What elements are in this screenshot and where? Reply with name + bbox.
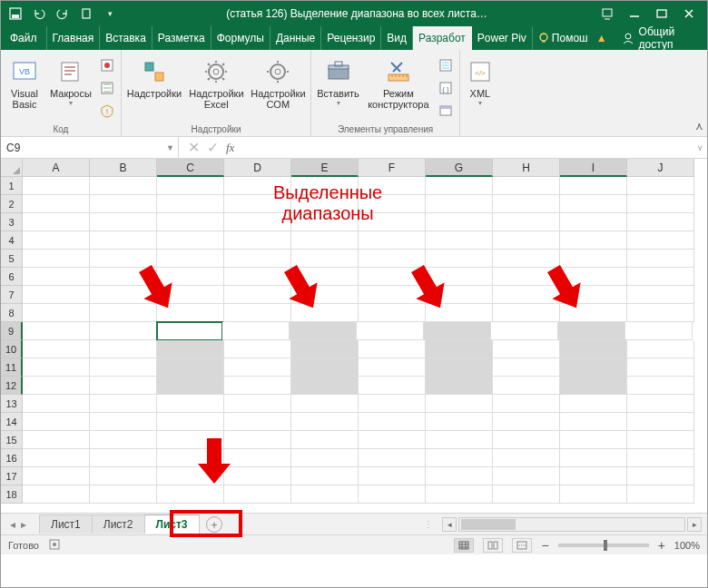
cell-H18[interactable]	[493, 485, 560, 504]
normal-view-icon[interactable]	[454, 538, 474, 553]
ribbon-options-icon[interactable]	[600, 6, 615, 21]
cell-E4[interactable]	[291, 231, 359, 250]
cell-C1[interactable]	[157, 177, 224, 195]
cell-F17[interactable]	[359, 467, 426, 485]
cell-A14[interactable]	[23, 413, 90, 431]
row-header-8[interactable]: 8	[1, 304, 23, 322]
chevron-down-icon[interactable]: ▼	[166, 143, 174, 152]
tab-powerpivot[interactable]: Power Piv	[472, 26, 533, 50]
cell-J10[interactable]	[627, 340, 694, 358]
cell-H12[interactable]	[493, 377, 560, 395]
cell-A8[interactable]	[23, 304, 90, 322]
row-header-17[interactable]: 17	[1, 467, 23, 485]
cell-G3[interactable]	[426, 213, 493, 231]
tell-me[interactable]: Помош ▲	[533, 26, 613, 50]
relative-refs-icon[interactable]	[97, 78, 117, 98]
cell-H4[interactable]	[493, 231, 560, 250]
name-box[interactable]: C9 ▼	[1, 137, 179, 158]
new-sheet-button[interactable]: ＋	[206, 516, 222, 533]
cell-J6[interactable]	[627, 268, 694, 286]
cell-A1[interactable]	[23, 177, 90, 195]
save-icon[interactable]	[8, 6, 23, 21]
cell-G12[interactable]	[426, 377, 493, 395]
sheet-next-icon[interactable]: ▸	[21, 518, 26, 531]
cell-I9[interactable]	[558, 322, 625, 340]
page-break-view-icon[interactable]	[512, 538, 532, 553]
col-header-I[interactable]: I	[560, 159, 627, 177]
row-header-15[interactable]: 15	[1, 431, 23, 449]
cell-J11[interactable]	[627, 358, 694, 377]
cell-A2[interactable]	[23, 195, 90, 213]
cell-A13[interactable]	[23, 395, 90, 413]
cell-A9[interactable]	[23, 322, 90, 340]
cell-F4[interactable]	[359, 231, 426, 250]
worksheet-grid[interactable]: ABCDEFGHIJ123456789101112131415161718Выд…	[1, 159, 707, 513]
sheet-tab-1[interactable]: Лист1	[39, 514, 93, 534]
cell-J5[interactable]	[627, 250, 694, 268]
cell-A16[interactable]	[23, 449, 90, 467]
expand-formula-icon[interactable]: ⋎	[693, 137, 707, 158]
cell-H3[interactable]	[493, 213, 560, 231]
cell-C9[interactable]	[156, 321, 223, 341]
cell-D12[interactable]	[224, 377, 291, 395]
cell-B12[interactable]	[90, 377, 157, 395]
cell-I13[interactable]	[560, 395, 627, 413]
cell-H1[interactable]	[493, 177, 560, 195]
tab-developer[interactable]: Разработ	[413, 26, 472, 50]
close-icon[interactable]	[682, 6, 696, 21]
cell-I4[interactable]	[560, 231, 627, 250]
sheet-split-handle[interactable]: ⋮	[424, 519, 433, 529]
tab-data[interactable]: Данные	[270, 26, 321, 50]
macro-record-icon[interactable]	[48, 538, 61, 553]
com-addins-button[interactable]: Надстройки COM	[249, 55, 307, 112]
formula-input[interactable]	[243, 137, 693, 158]
sheet-nav[interactable]: ◂ ▸	[1, 518, 35, 531]
cell-C12[interactable]	[157, 377, 224, 395]
cell-J18[interactable]	[627, 485, 694, 504]
cell-E18[interactable]	[291, 485, 359, 504]
cell-G10[interactable]	[426, 340, 493, 358]
cell-J2[interactable]	[627, 195, 694, 213]
row-header-9[interactable]: 9	[1, 322, 23, 340]
cell-G17[interactable]	[426, 467, 493, 485]
cell-J17[interactable]	[627, 467, 694, 485]
row-header-7[interactable]: 7	[1, 286, 23, 304]
cell-F12[interactable]	[359, 377, 426, 395]
cell-C11[interactable]	[157, 358, 224, 377]
design-mode-button[interactable]: Режим конструктора	[365, 55, 432, 112]
cell-A18[interactable]	[23, 485, 90, 504]
cell-G2[interactable]	[426, 195, 493, 213]
cell-C10[interactable]	[157, 340, 224, 358]
cell-C4[interactable]	[157, 231, 224, 250]
cell-A3[interactable]	[23, 213, 90, 231]
col-header-C[interactable]: C	[157, 159, 224, 177]
col-header-D[interactable]: D	[224, 159, 291, 177]
row-header-10[interactable]: 10	[1, 340, 23, 358]
cell-C2[interactable]	[157, 195, 224, 213]
cell-A10[interactable]	[23, 340, 90, 358]
cell-G18[interactable]	[426, 485, 493, 504]
col-header-G[interactable]: G	[426, 159, 493, 177]
h-scrollbar[interactable]	[458, 517, 685, 532]
tab-view[interactable]: Вид	[381, 26, 413, 50]
cell-H13[interactable]	[493, 395, 560, 413]
cell-E12[interactable]	[291, 377, 359, 395]
cell-B18[interactable]	[90, 485, 157, 504]
cell-F16[interactable]	[359, 449, 426, 467]
row-header-11[interactable]: 11	[1, 358, 23, 377]
tab-formulas[interactable]: Формулы	[211, 26, 270, 50]
cell-I17[interactable]	[560, 467, 627, 485]
cell-E17[interactable]	[291, 467, 359, 485]
cell-J16[interactable]	[627, 449, 694, 467]
row-header-18[interactable]: 18	[1, 485, 23, 504]
sheet-tab-3[interactable]: Лист3	[144, 514, 200, 534]
row-header-3[interactable]: 3	[1, 213, 23, 231]
cell-D4[interactable]	[224, 231, 291, 250]
col-header-B[interactable]: B	[90, 159, 157, 177]
cell-B4[interactable]	[90, 231, 157, 250]
cell-J1[interactable]	[627, 177, 694, 195]
zoom-slider[interactable]	[558, 544, 649, 547]
cell-C3[interactable]	[157, 213, 224, 231]
cell-J9[interactable]	[625, 322, 693, 340]
cell-B11[interactable]	[90, 358, 157, 377]
